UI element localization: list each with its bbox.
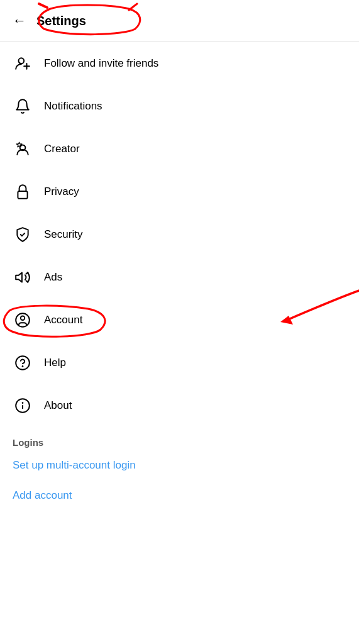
menu-label-ads: Ads bbox=[44, 271, 62, 284]
menu-item-ads[interactable]: Ads bbox=[0, 256, 359, 299]
svg-point-2 bbox=[19, 58, 25, 64]
shield-check-icon bbox=[13, 225, 33, 245]
svg-marker-14 bbox=[280, 316, 293, 325]
question-circle-icon bbox=[13, 353, 33, 373]
menu-label-follow-friends: Follow and invite friends bbox=[44, 57, 158, 70]
megaphone-icon bbox=[13, 267, 33, 287]
svg-marker-6 bbox=[16, 142, 22, 147]
bell-icon bbox=[13, 96, 33, 116]
svg-point-13 bbox=[21, 316, 25, 321]
add-account-link[interactable]: Add account bbox=[0, 480, 359, 511]
menu-item-privacy[interactable]: Privacy bbox=[0, 170, 359, 213]
menu-item-security[interactable]: Security bbox=[0, 213, 359, 256]
svg-marker-8 bbox=[16, 272, 22, 282]
menu-item-creator[interactable]: Creator bbox=[0, 128, 359, 170]
info-circle-icon bbox=[13, 396, 33, 416]
page-title: Settings bbox=[36, 14, 86, 28]
menu-label-account: Account bbox=[44, 314, 82, 326]
menu-label-security: Security bbox=[44, 228, 82, 241]
svg-point-15 bbox=[16, 356, 30, 370]
header: ← Settings bbox=[0, 0, 359, 42]
menu-label-creator: Creator bbox=[44, 143, 80, 155]
person-circle-icon bbox=[13, 310, 33, 330]
menu-item-notifications[interactable]: Notifications bbox=[0, 85, 359, 128]
menu-item-account[interactable]: Account bbox=[0, 299, 359, 341]
logins-section: Logins Set up multi-account login Add ac… bbox=[0, 427, 359, 511]
back-button[interactable]: ← bbox=[10, 10, 29, 31]
add-person-icon bbox=[13, 53, 33, 74]
menu-label-about: About bbox=[44, 399, 72, 412]
logins-section-header: Logins bbox=[0, 427, 359, 450]
settings-menu: Follow and invite friends Notifications … bbox=[0, 42, 359, 427]
back-arrow-icon: ← bbox=[13, 13, 26, 29]
menu-item-about[interactable]: About bbox=[0, 384, 359, 427]
menu-label-notifications: Notifications bbox=[44, 100, 102, 113]
svg-rect-7 bbox=[18, 191, 27, 199]
lock-icon bbox=[13, 182, 33, 202]
menu-label-help: Help bbox=[44, 357, 66, 369]
menu-item-follow-friends[interactable]: Follow and invite friends bbox=[0, 42, 359, 85]
svg-line-0 bbox=[129, 4, 137, 10]
menu-label-privacy: Privacy bbox=[44, 186, 79, 198]
svg-line-1 bbox=[39, 4, 47, 8]
menu-item-help[interactable]: Help bbox=[0, 341, 359, 384]
star-person-icon bbox=[13, 139, 33, 159]
multi-account-login-link[interactable]: Set up multi-account login bbox=[0, 450, 359, 480]
